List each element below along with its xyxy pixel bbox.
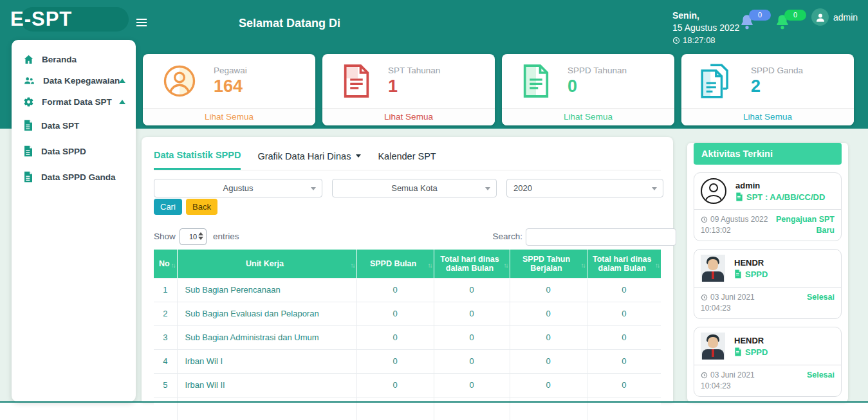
cell-value: 0 <box>510 302 587 325</box>
user-avatar[interactable] <box>811 8 829 26</box>
notification-bell-blue[interactable]: 0 <box>739 13 771 35</box>
cell-value: 0 <box>434 373 510 397</box>
sort-icon: ↑↓ <box>171 262 175 269</box>
clock-icon <box>672 37 680 44</box>
tab-data-statistik-sppd[interactable]: Data Statistik SPPD <box>154 150 241 170</box>
sidebar-item-label: Beranda <box>42 55 77 64</box>
chevron-up-icon[interactable] <box>119 100 125 104</box>
stat-cards: Pegawai 164 Lihat Semua SPT Tahunan 1 Li… <box>143 54 854 125</box>
photo-avatar <box>701 255 725 282</box>
cell-value: 0 <box>510 278 587 302</box>
search-input[interactable] <box>526 228 676 246</box>
cell-value: 0 <box>510 349 587 373</box>
file-icon <box>23 171 33 183</box>
notification-count-badge[interactable]: 0 <box>749 10 771 21</box>
activity-date: 03 Juni 2021 <box>710 292 755 303</box>
activity-card[interactable]: HENDR SPPD 03 Juni 2021 10:04:23 Selesai <box>694 249 842 319</box>
app-logo[interactable]: E-SPT <box>10 8 72 31</box>
activity-status: Selesai <box>807 292 835 314</box>
footer-divider <box>0 401 868 403</box>
unit-kerja-link[interactable]: Sub Bagian Evaluasi dan Pelaporan <box>177 302 356 325</box>
lihat-semua-link[interactable]: Lihat Semua <box>322 108 495 125</box>
person-icon <box>815 12 826 23</box>
back-button[interactable]: Back <box>186 199 217 215</box>
main-panel: Data Statistik SPPD Grafik Data Hari Din… <box>142 137 673 402</box>
document-icon <box>521 64 551 98</box>
unit-kerja-link[interactable]: Irban Wil II <box>177 373 356 397</box>
lihat-semua-link[interactable]: Lihat Semua <box>681 108 854 125</box>
unit-kerja-link[interactable]: Sub Bagian Administrasi dan Umum <box>177 325 356 349</box>
sidebar-item-data-spt[interactable]: Data SPT <box>12 113 136 138</box>
activity-status: Selesai <box>807 370 835 392</box>
activity-user: admin <box>735 181 825 190</box>
tab-kalender-spt[interactable]: Kalender SPT <box>378 150 436 170</box>
users-icon <box>23 75 35 86</box>
activity-doc-label: SPPD <box>745 347 768 357</box>
column-header-unit-kerja[interactable]: Unit Kerja↑↓ <box>177 250 356 278</box>
row-number: 1 <box>154 278 177 302</box>
tab-bar: Data Statistik SPPD Grafik Data Hari Din… <box>154 150 661 170</box>
column-header-total-hari-bulan[interactable]: Total hari dinas dalam Bulan↑↓ <box>434 250 510 278</box>
notification-bell-green[interactable]: 0 <box>774 13 806 35</box>
sidebar-item-beranda[interactable]: Beranda <box>12 49 136 70</box>
column-header-total-hari-bulan-2[interactable]: Total hari dinas dalam Bulan↑↓ <box>587 250 661 278</box>
unit-kerja-link[interactable]: Sub Bagian Perencanaan <box>177 278 356 302</box>
file-icon <box>23 145 33 157</box>
cell-value: 0 <box>356 349 434 373</box>
cell-value: 0 <box>510 325 587 349</box>
month-select-value: Agustus <box>223 183 254 193</box>
sidebar-item-label: Data SPT <box>41 121 79 131</box>
column-header-sppd-tahun[interactable]: SPPD Tahun Berjalan↑↓ <box>510 250 587 278</box>
table-row: 4 Irban Wil I 0 0 0 0 <box>154 349 661 373</box>
chevron-up-icon[interactable] <box>119 78 125 83</box>
cari-button[interactable]: Cari <box>154 199 182 215</box>
sidebar-item-format-data-spt[interactable]: Format Data SPT <box>12 91 136 113</box>
file-icon <box>734 269 742 278</box>
lihat-semua-link[interactable]: Lihat Semua <box>502 108 674 125</box>
stat-value: 164 <box>214 77 247 96</box>
page-length-select[interactable]: 10 <box>180 228 207 245</box>
sidebar-item-data-sppd-ganda[interactable]: Data SPPD Ganda <box>12 164 136 190</box>
activity-card[interactable]: HENDR SPPD 03 Juni 2021 10:04:23 Selesai <box>694 327 842 397</box>
chevron-down-icon <box>311 187 316 190</box>
cell-value: 0 <box>587 373 661 397</box>
cell-value: 0 <box>356 373 434 397</box>
activity-user: HENDR <box>734 336 768 345</box>
cell-value: 0 <box>587 278 661 302</box>
column-header-no[interactable]: No↑↓ <box>154 250 177 278</box>
file-icon <box>23 120 33 131</box>
tab-grafik-data-hari-dinas[interactable]: Grafik Data Hari Dinas <box>257 150 361 170</box>
table-row: 3 Sub Bagian Administrasi dan Umum 0 0 0… <box>154 325 661 349</box>
page-title: Selamat Datang Di <box>239 17 340 30</box>
show-label: Show <box>154 232 176 241</box>
stat-value: 2 <box>751 77 803 96</box>
day-label: Senin, <box>672 10 739 22</box>
city-select[interactable]: Semua Kota <box>332 179 497 197</box>
activity-date: 09 Agustus 2022 <box>710 214 768 225</box>
month-select[interactable]: Agustus <box>154 179 322 197</box>
sidebar-item-label: Data SPPD <box>41 147 86 156</box>
table-header-row: No↑↓ Unit Kerja↑↓ SPPD Bulan↑↓ Total har… <box>154 250 661 278</box>
notification-count-badge[interactable]: 0 <box>784 10 806 21</box>
year-select-value: 2020 <box>513 183 532 193</box>
column-header-sppd-bulan[interactable]: SPPD Bulan↑↓ <box>356 250 434 278</box>
table-row: 2 Sub Bagian Evaluasi dan Pelaporan 0 0 … <box>154 302 661 325</box>
sort-icon: ↑↓ <box>428 262 432 269</box>
chevron-down-icon <box>356 154 361 158</box>
time-label: 18:27:08 <box>683 34 716 46</box>
activity-card[interactable]: admin SPT : AA/BB/CC/DD 09 Agustus 2022 … <box>694 172 842 241</box>
year-select[interactable]: 2020 <box>506 179 663 197</box>
cell-value: 0 <box>356 278 434 302</box>
dashboard-page: E-SPT Selamat Datang Di Senin, 15 Agustu… <box>0 0 868 420</box>
sidebar-item-data-kepegawaian[interactable]: Data Kepegawaian <box>12 70 136 91</box>
sidebar-item-data-sppd[interactable]: Data SPPD <box>12 138 136 164</box>
cell-value: 0 <box>587 349 661 373</box>
hamburger-menu-icon[interactable] <box>136 19 147 28</box>
sort-icon: ↑↓ <box>351 262 355 269</box>
lihat-semua-link[interactable]: Lihat Semua <box>143 108 315 125</box>
username-label[interactable]: admin <box>833 12 858 23</box>
cell-value: 0 <box>356 302 434 325</box>
datetime-block: Senin, 15 Agustus 2022 18:27:08 <box>672 10 739 46</box>
unit-kerja-link[interactable]: Irban Wil I <box>177 349 356 373</box>
table-row-partial <box>154 397 661 420</box>
